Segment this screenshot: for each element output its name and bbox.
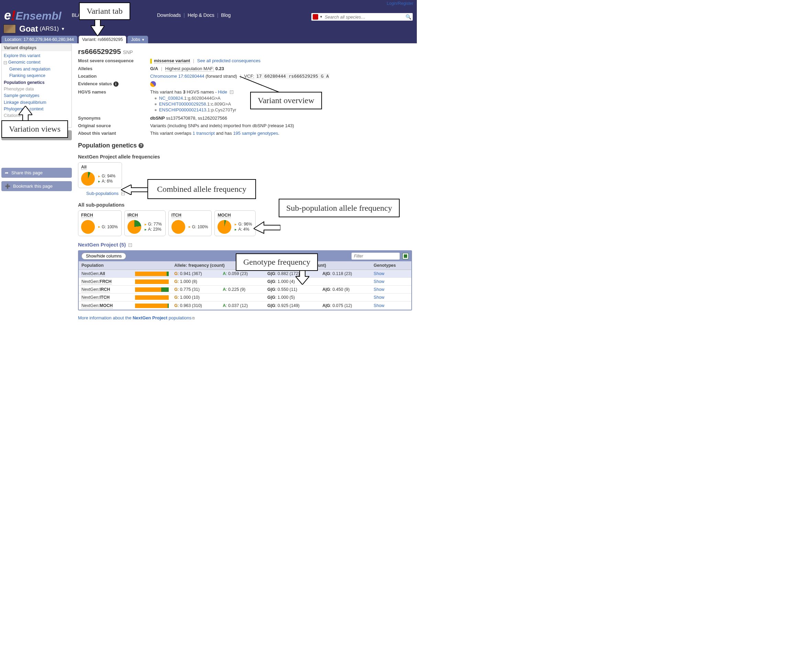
label-source: Original source — [78, 123, 150, 128]
sidebar-item-phenotype: Phenotype data — [4, 86, 70, 92]
cell-show[interactable]: Show — [371, 301, 411, 309]
tab-location[interactable]: Location: 17:60,279,944-60,280,944 — [2, 36, 77, 43]
excel-export-icon[interactable] — [402, 253, 408, 259]
table-row: NextGen:MOCH G: 0.963 (310) A: 0.037 (12… — [79, 301, 411, 309]
callout-variation-views: Variation views — [2, 120, 68, 138]
species-selector[interactable]: Goat (ARS1) ▼ — [0, 23, 417, 36]
alleles-value: G/A — [150, 66, 158, 71]
nav-downloads[interactable]: Downloads — [157, 13, 181, 18]
login-link[interactable]: Login/Register — [387, 1, 413, 6]
cell-geno-ag: A|G: 0.450 (9) — [319, 286, 371, 294]
cell-geno-gg: G|G: 0.550 (11) — [264, 286, 319, 294]
pie-chart-moch — [217, 220, 231, 234]
pop-box-itch: ITCH ▸G: 100% — [168, 210, 212, 236]
collapse-icon[interactable]: − — [128, 243, 132, 247]
sidebar-item-population-genetics[interactable]: Population genetics — [4, 80, 70, 86]
svg-marker-3 — [121, 185, 149, 195]
sidebar-item-ld[interactable]: Linkage disequilibrium — [4, 99, 70, 106]
svg-marker-0 — [91, 19, 105, 36]
page-title: rs666529295 SNP — [78, 47, 412, 56]
logo[interactable]: e!Ensembl — [4, 7, 61, 23]
cell-show[interactable]: Show — [371, 269, 411, 277]
sidebar-item-genes-regulation[interactable]: Genes and regulation — [9, 66, 70, 72]
search-box[interactable]: ▼ 🔍 — [311, 13, 413, 20]
nav-separator: | — [217, 13, 219, 18]
pop-name: IRCH — [127, 213, 138, 218]
project-link[interactable]: NextGen Project (5) — [78, 242, 126, 248]
info-icon[interactable]: i — [113, 81, 119, 87]
search-dropdown-icon[interactable]: ▼ — [319, 15, 323, 19]
cell-bar — [132, 301, 172, 309]
cell-population: NextGen:MOCH — [79, 301, 132, 309]
tabs-row: Location: 17:60,279,944-60,280,944 Varia… — [0, 36, 417, 43]
cell-geno-ag — [319, 277, 371, 285]
subpop-toggle-link[interactable]: Sub-populations — [86, 191, 119, 196]
header: Login/Register e!Ensembl BLAST/ Download… — [0, 0, 417, 43]
search-input[interactable] — [325, 14, 405, 20]
th-genotypes[interactable]: Genotypes — [371, 261, 411, 270]
svg-marker-1 — [19, 106, 32, 122]
svg-marker-4 — [253, 222, 280, 233]
table-row: NextGen:FRCH G: 1.000 (8) G|G: 1.000 (4)… — [79, 277, 411, 285]
legend-g: ▸G: 100% — [98, 224, 118, 229]
cell-show[interactable]: Show — [371, 277, 411, 285]
sample-genotypes-link[interactable]: 195 sample genotypes — [233, 131, 278, 136]
cell-show[interactable]: Show — [371, 286, 411, 294]
species-assembly: (ARS1) — [38, 25, 59, 32]
transcript-link[interactable]: 1 transcript — [193, 131, 215, 136]
table-filter-input[interactable] — [352, 253, 400, 260]
consequence-color-icon — [150, 59, 152, 64]
sidebar-item-explore[interactable]: Explore this variant — [4, 53, 70, 59]
hgvs-link[interactable]: ENSCHIP00000021413 — [159, 107, 206, 113]
share-page-button[interactable]: ➦ Share this page — [2, 168, 72, 178]
tab-jobs[interactable]: Jobs ▼ — [127, 36, 148, 43]
callout-variant-overview: Variant overview — [250, 92, 322, 109]
help-icon[interactable]: ? — [138, 143, 144, 148]
cell-show[interactable]: Show — [371, 294, 411, 301]
cell-geno-ag: A|G: 0.118 (23) — [319, 269, 371, 277]
cell-bar — [132, 277, 172, 285]
strand-text: (forward strand) — [205, 74, 237, 79]
cell-allele-g: G: 0.963 (310) — [172, 301, 220, 309]
sidebar-item-phylogenetic[interactable]: Phylogenetic context — [4, 106, 70, 113]
search-magnifier-icon[interactable]: 🔍 — [405, 14, 411, 20]
callout-pointer — [121, 185, 149, 195]
synonym-values: ss1375470878, ss1262027566 — [165, 116, 227, 121]
nav-blog[interactable]: Blog — [221, 13, 231, 18]
collapse-icon[interactable]: − — [230, 91, 233, 94]
cell-bar — [132, 294, 172, 301]
maf-label: Highest population MAF: — [165, 66, 214, 72]
label-location: Location — [78, 74, 150, 79]
th-population[interactable]: Population — [79, 261, 132, 270]
legend-g: ▸G: 100% — [189, 224, 208, 229]
sidebar: Variant displays Explore this variant −G… — [0, 43, 73, 194]
species-dropdown-icon[interactable]: ▼ — [61, 27, 65, 31]
hgvs-link[interactable]: ENSCHIT00000029258 — [159, 102, 206, 107]
see-all-consequences-link[interactable]: See all predicted consequences — [197, 58, 260, 63]
more-info-link[interactable]: More information about the NextGen Proje… — [78, 315, 195, 320]
show-hide-columns-button[interactable]: Show/hide columns — [81, 253, 126, 260]
bookmark-page-button[interactable]: ➕ Bookmark this page — [2, 181, 72, 191]
pie-chart-frch — [81, 220, 95, 234]
tab-variant[interactable]: Variant: rs666529295 — [79, 36, 127, 43]
species-name: Goat — [19, 24, 38, 34]
legend-a: ▸A: 4% — [235, 227, 252, 232]
nav-help[interactable]: Help & Docs — [188, 13, 214, 18]
cell-allele-a: A: 0.225 (9) — [220, 286, 264, 294]
svg-marker-5 — [296, 269, 309, 285]
tree-collapse-icon[interactable]: − — [4, 61, 7, 64]
sidebar-item-flanking[interactable]: Flanking sequence — [9, 72, 70, 79]
pop-box-moch: MOCH ▸G: 96% ▸A: 4% — [214, 210, 256, 236]
label-about: About this variant — [78, 131, 150, 136]
hgvs-link[interactable]: NC_030824 — [159, 96, 183, 101]
callout-geno-freq: Genotype frequency — [236, 253, 318, 271]
sidebar-item-genomic-context[interactable]: Genomic context — [8, 60, 41, 65]
jobs-dropdown-icon: ▼ — [141, 38, 145, 42]
location-link[interactable]: Chromosome 17:60280444 — [150, 74, 205, 79]
cell-allele-a — [220, 294, 264, 301]
sidebar-item-sample-genotypes[interactable]: Sample genotypes — [4, 92, 70, 99]
logo-bang-icon: ! — [11, 8, 16, 24]
hgvs-hide-link[interactable]: Hide — [218, 89, 227, 94]
callout-pointer — [296, 269, 309, 285]
label-synonyms: Synonyms — [78, 116, 150, 121]
